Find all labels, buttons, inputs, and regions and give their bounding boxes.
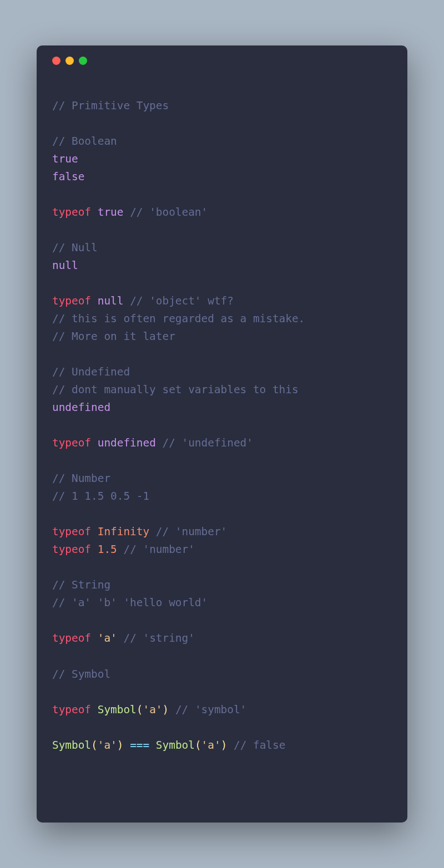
typeof-keyword: typeof — [52, 436, 91, 449]
comment: // 'number' — [156, 525, 227, 538]
paren-open: ( — [137, 703, 143, 716]
string-literal: 'a' — [201, 739, 221, 752]
symbol-call: Symbol — [52, 739, 91, 752]
maximize-icon[interactable] — [79, 57, 87, 65]
typeof-keyword: typeof — [52, 525, 91, 538]
keyword-null: null — [52, 259, 78, 272]
code-window: // Primitive Types // Boolean true false… — [37, 45, 407, 823]
comment: // 1 1.5 0.5 -1 — [52, 490, 149, 502]
comment: // Undefined — [52, 366, 130, 378]
paren-open: ( — [195, 739, 201, 752]
comment: // 'object' wtf? — [130, 295, 234, 307]
symbol-call: Symbol — [156, 739, 195, 752]
strict-equals-operator: === — [130, 739, 149, 752]
comment: // 'a' 'b' 'hello world' — [52, 596, 208, 609]
comment: // Boolean — [52, 135, 117, 148]
comment: // Primitive Types — [52, 99, 169, 112]
comment: // String — [52, 578, 110, 591]
keyword-null: null — [98, 295, 124, 307]
number-literal: 1.5 — [98, 543, 117, 556]
comment: // More on it later — [52, 330, 175, 343]
paren-open: ( — [91, 739, 98, 752]
comment: // 'number' — [123, 543, 194, 556]
comment: // 'symbol' — [175, 703, 246, 716]
paren-close: ) — [117, 739, 124, 752]
paren-close: ) — [221, 739, 228, 752]
string-literal: 'a' — [98, 739, 117, 752]
string-literal: 'a' — [143, 703, 162, 716]
comment: // Number — [52, 472, 110, 485]
keyword-false: false — [52, 170, 84, 183]
minimize-icon[interactable] — [65, 57, 74, 65]
typeof-keyword: typeof — [52, 632, 91, 644]
typeof-keyword: typeof — [52, 295, 91, 307]
typeof-keyword: typeof — [52, 543, 91, 556]
typeof-keyword: typeof — [52, 206, 91, 219]
keyword-true: true — [98, 206, 124, 219]
comment: // this is often regarded as a mistake. — [52, 312, 305, 325]
symbol-call: Symbol — [98, 703, 137, 716]
comment: // 'undefined' — [163, 436, 253, 449]
paren-close: ) — [163, 703, 169, 716]
identifier-infinity: Infinity — [98, 525, 149, 538]
code-block: // Primitive Types // Boolean true false… — [37, 65, 407, 770]
window-titlebar — [37, 45, 407, 65]
comment: // 'string' — [123, 632, 194, 644]
keyword-undefined: undefined — [52, 401, 110, 414]
string-literal: 'a' — [98, 632, 117, 644]
keyword-true: true — [52, 153, 78, 165]
keyword-undefined: undefined — [98, 436, 156, 449]
comment: // dont manually set variables to this — [52, 383, 299, 396]
comment: // 'boolean' — [130, 206, 208, 219]
typeof-keyword: typeof — [52, 703, 91, 716]
close-icon[interactable] — [52, 57, 60, 65]
comment: // Symbol — [52, 668, 110, 681]
comment: // false — [234, 739, 285, 752]
comment: // Null — [52, 241, 98, 254]
